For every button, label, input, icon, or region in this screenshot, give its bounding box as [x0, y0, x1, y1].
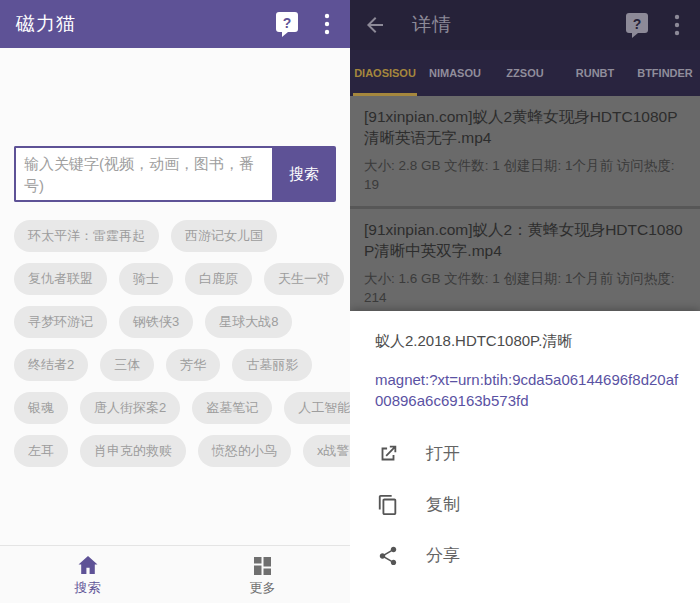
- help-bubble-icon: ?: [625, 12, 649, 39]
- bottom-nav: 搜索更多: [0, 545, 350, 603]
- search-row: 输入关键字(视频，动画，图书，番号) 搜索: [14, 146, 336, 202]
- panel-search-home: 磁力猫 ? 输入关键字(视频，动画，图书，番号): [0, 0, 351, 603]
- result-meta: 大小: 1.6 GB 文件数: 1 创建日期: 1个月前 访问热度: 214: [364, 269, 686, 308]
- search-input[interactable]: 输入关键字(视频，动画，图书，番号): [14, 146, 272, 202]
- overflow-menu-button[interactable]: [314, 10, 340, 38]
- action-复制[interactable]: 复制: [350, 479, 700, 530]
- sheet-actions: 打开复制分享: [350, 428, 700, 581]
- svg-text:?: ?: [633, 15, 642, 31]
- details-app-bar: 详情 ?: [350, 0, 700, 50]
- tag-chip[interactable]: 钢铁侠3: [119, 306, 193, 338]
- tag-chip[interactable]: 唐人街探案2: [80, 392, 180, 424]
- search-button[interactable]: 搜索: [272, 146, 336, 202]
- tag-chip[interactable]: 古墓丽影: [232, 349, 312, 381]
- tag-row: 终结者2三体芳华古墓丽影: [14, 349, 346, 381]
- tag-chip[interactable]: 左耳: [14, 435, 68, 467]
- panel-details: 详情 ? DIAOSISOUNIMASOUZZSOURUNBTBTFINDER: [350, 0, 700, 603]
- tag-chip[interactable]: 人工智能: [284, 392, 351, 424]
- app-bar: 磁力猫 ?: [0, 0, 350, 48]
- source-tabs: DIAOSISOUNIMASOUZZSOURUNBTBTFINDER: [350, 50, 700, 96]
- tag-chip[interactable]: 白鹿原: [185, 263, 252, 295]
- tag-chip[interactable]: 愤怒的小鸟: [198, 435, 291, 467]
- tag-chip[interactable]: 环太平洋：雷霆再起: [14, 220, 159, 252]
- action-打开[interactable]: 打开: [350, 428, 700, 479]
- details-title: 详情: [412, 12, 452, 38]
- tag-chip[interactable]: 银魂: [14, 392, 68, 424]
- result-card[interactable]: [91xinpian.com]蚁人2黄蜂女现身HDTC1080P清晰英语无字.m…: [350, 96, 700, 206]
- tag-row: 复仇者联盟骑士白鹿原天生一对: [14, 263, 346, 295]
- screenshot-stage: 磁力猫 ? 输入关键字(视频，动画，图书，番号): [0, 0, 700, 603]
- tag-row: 寻梦环游记钢铁侠3星球大战8: [14, 306, 346, 338]
- kebab-icon: [674, 13, 680, 37]
- tag-chip[interactable]: 星球大战8: [205, 306, 292, 338]
- tab-zzsou[interactable]: ZZSOU: [490, 50, 560, 96]
- copy-icon: [377, 494, 399, 516]
- tag-row: 银魂唐人街探案2盗墓笔记人工智能: [14, 392, 346, 424]
- kebab-icon: [324, 12, 330, 36]
- magnet-link[interactable]: magnet:?xt=urn:btih:9cda5a06144696f8d20a…: [375, 369, 682, 411]
- help-button[interactable]: ?: [274, 10, 300, 38]
- tag-chip[interactable]: 肖申克的救赎: [80, 435, 186, 467]
- tab-btfinder[interactable]: BTFINDER: [630, 50, 700, 96]
- home-icon: [76, 553, 100, 577]
- tag-chip[interactable]: 芳华: [166, 349, 220, 381]
- tag-chip[interactable]: 复仇者联盟: [14, 263, 107, 295]
- result-card[interactable]: [91xinpian.com]蚁人2：黄蜂女现身HDTC1080P清晰中英双字.…: [350, 209, 700, 319]
- search-placeholder: 输入关键字(视频，动画，图书，番号): [24, 153, 264, 197]
- sheet-title: 蚁人2.2018.HDTC1080P.清晰: [375, 332, 680, 351]
- back-button[interactable]: [362, 11, 388, 39]
- help-button-dimmed[interactable]: ?: [624, 11, 650, 39]
- nav-item-更多[interactable]: 更多: [175, 546, 350, 603]
- nav-label: 搜索: [75, 579, 101, 597]
- bottom-sheet: 蚁人2.2018.HDTC1080P.清晰 magnet:?xt=urn:bti…: [350, 311, 700, 603]
- tag-chip[interactable]: 天生一对: [264, 263, 344, 295]
- tag-row: 左耳肖申克的救赎愤怒的小鸟x战警: [14, 435, 346, 467]
- tag-chip[interactable]: x战警: [303, 435, 351, 467]
- result-meta: 大小: 2.8 GB 文件数: 1 创建日期: 1个月前 访问热度: 19: [364, 156, 686, 195]
- action-label: 打开: [426, 442, 460, 465]
- nav-label: 更多: [250, 579, 276, 597]
- svg-text:?: ?: [283, 14, 292, 30]
- nav-item-搜索[interactable]: 搜索: [0, 546, 175, 603]
- action-分享[interactable]: 分享: [350, 530, 700, 581]
- details-app-bar-actions: ?: [624, 0, 690, 50]
- tag-rows: 环太平洋：雷霆再起西游记女儿国复仇者联盟骑士白鹿原天生一对寻梦环游记钢铁侠3星球…: [14, 220, 346, 478]
- action-label: 复制: [426, 493, 460, 516]
- tag-chip[interactable]: 骑士: [119, 263, 173, 295]
- tab-runbt[interactable]: RUNBT: [560, 50, 630, 96]
- overflow-menu-button-dimmed[interactable]: [664, 11, 690, 39]
- app-title: 磁力猫: [16, 11, 76, 37]
- open-external-icon: [377, 443, 399, 465]
- tag-chip[interactable]: 盗墓笔记: [192, 392, 272, 424]
- back-arrow-icon: [363, 13, 387, 37]
- grid-icon: [251, 553, 275, 577]
- share-icon: [377, 545, 399, 567]
- tag-chip[interactable]: 西游记女儿国: [171, 220, 277, 252]
- tag-chip[interactable]: 三体: [100, 349, 154, 381]
- result-title: [91xinpian.com]蚁人2黄蜂女现身HDTC1080P清晰英语无字.m…: [364, 107, 686, 149]
- help-bubble-icon: ?: [275, 11, 299, 38]
- app-bar-actions: ?: [274, 0, 340, 48]
- result-title: [91xinpian.com]蚁人2：黄蜂女现身HDTC1080P清晰中英双字.…: [364, 220, 686, 262]
- tag-chip[interactable]: 终结者2: [14, 349, 88, 381]
- tab-diaosisou[interactable]: DIAOSISOU: [350, 50, 420, 96]
- tag-row: 环太平洋：雷霆再起西游记女儿国: [14, 220, 346, 252]
- action-label: 分享: [426, 544, 460, 567]
- tab-nimasou[interactable]: NIMASOU: [420, 50, 490, 96]
- tag-chip[interactable]: 寻梦环游记: [14, 306, 107, 338]
